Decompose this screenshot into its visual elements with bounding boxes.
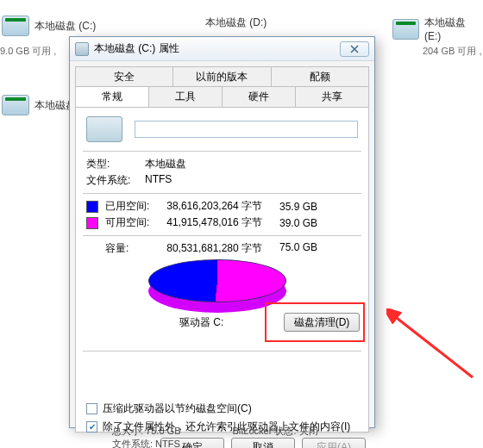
drive-d[interactable]: 本地磁盘 (D:) [205, 16, 267, 30]
used-space-row: 已用空间: 38,616,203,264 字节 35.9 GB [86, 199, 358, 214]
divider [83, 151, 361, 152]
drive-large-icon [86, 116, 122, 142]
general-panel: 类型: 本地磁盘 文件系统: NTFS 已用空间: 38,616,203,264… [75, 107, 369, 432]
drive-e[interactable]: 本地磁盘 (E:) [392, 16, 483, 42]
type-value: 本地磁盘 [145, 157, 186, 171]
status-bitlocker: BitLocker 状态: 关闭 [232, 425, 317, 438]
fs-value: NTFS [145, 173, 172, 188]
tab-sharing[interactable]: 共享 [295, 86, 369, 107]
compress-checkbox[interactable] [86, 403, 97, 414]
tab-previous-versions[interactable]: 以前的版本 [172, 66, 270, 87]
divider [83, 193, 361, 194]
divider [83, 351, 361, 352]
explorer-status: 总大小: 75.0 GB BitLocker 状态: 关闭 [112, 425, 318, 438]
drive-e-sub: 204 GB 可用 , [423, 45, 481, 58]
annotation-highlight [265, 302, 365, 342]
drive-icon [2, 16, 29, 36]
used-gb: 35.9 GB [266, 201, 317, 213]
drive-c-sub: 9.0 GB 可用 , [0, 45, 56, 58]
used-color-swatch [86, 201, 98, 213]
cancel-button[interactable]: 取消 [231, 438, 295, 448]
cap-gb: 75.0 GB [266, 241, 317, 256]
usage-pie-chart [148, 259, 286, 302]
compress-label: 压缩此驱动器以节约磁盘空间(C) [103, 401, 252, 416]
svg-line-0 [393, 315, 473, 377]
free-space-row: 可用空间: 41,915,478,016 字节 39.0 GB [86, 215, 358, 230]
used-label: 已用空间: [105, 199, 154, 214]
cap-bytes: 80,531,681,280 字节 [154, 241, 266, 256]
used-bytes: 38,616,203,264 字节 [154, 199, 266, 214]
tab-tools[interactable]: 工具 [148, 86, 222, 107]
free-gb: 39.0 GB [266, 217, 317, 229]
status-size: 总大小: 75.0 GB [112, 425, 180, 438]
capacity-row: 容量: 80,531,681,280 字节 75.0 GB [86, 241, 358, 256]
type-label: 类型: [86, 157, 145, 171]
drive-title-icon [75, 42, 89, 56]
fs-label: 文件系统: [86, 173, 145, 188]
close-button[interactable] [340, 41, 369, 57]
titlebar[interactable]: 本地磁盘 (C:) 属性 [70, 37, 374, 61]
drive-c-name: 本地磁盘 (C:) [34, 19, 96, 34]
tabs: 安全 以前的版本 配额 常规 工具 硬件 共享 [70, 61, 374, 108]
tab-quota[interactable]: 配额 [271, 66, 369, 87]
drive-e-name: 本地磁盘 (E:) [424, 16, 483, 42]
explorer-status-fs: 文件系统: NTFS [112, 438, 180, 448]
tab-security[interactable]: 安全 [75, 66, 172, 87]
annotation-arrow [386, 308, 481, 386]
tab-hardware[interactable]: 硬件 [222, 86, 295, 107]
cap-label: 容量: [86, 241, 154, 256]
index-checkbox[interactable] [86, 421, 97, 432]
tab-general[interactable]: 常规 [75, 86, 148, 107]
drive-icon [2, 95, 29, 115]
apply-button[interactable]: 应用(A) [302, 438, 366, 448]
drive-label-input[interactable] [135, 121, 358, 138]
properties-dialog: 本地磁盘 (C:) 属性 安全 以前的版本 配额 常规 工具 硬件 共享 类型:… [69, 36, 375, 428]
drive-letter-label: 驱动器 C: [179, 315, 223, 330]
free-label: 可用空间: [105, 215, 154, 230]
free-bytes: 41,915,478,016 字节 [154, 215, 266, 230]
divider [83, 235, 361, 236]
free-color-swatch [86, 217, 98, 229]
dialog-title: 本地磁盘 (C:) 属性 [94, 41, 340, 56]
drive-icon [392, 19, 419, 40]
drive-c[interactable]: 本地磁盘 (C:) [2, 16, 96, 36]
